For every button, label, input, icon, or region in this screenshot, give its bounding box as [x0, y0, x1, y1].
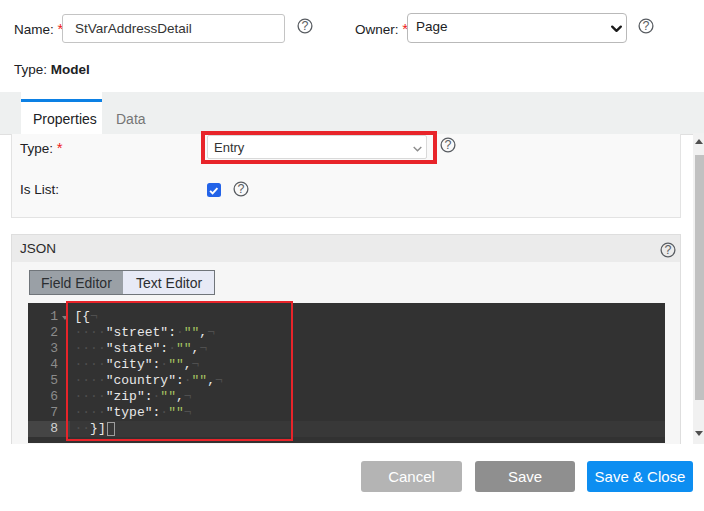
svg-text:?: ? — [238, 182, 245, 196]
svg-text:?: ? — [445, 138, 452, 152]
svg-text:?: ? — [643, 19, 650, 33]
svg-text:?: ? — [302, 19, 309, 33]
svg-text:?: ? — [665, 243, 672, 257]
